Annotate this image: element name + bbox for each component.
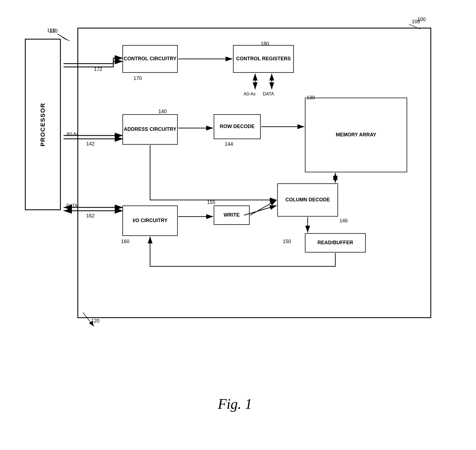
ref-120-label: 120	[91, 318, 100, 324]
processor-box: PROCESSOR	[25, 39, 61, 210]
write-block: WRITE	[214, 206, 250, 225]
ref-172-label: 172	[94, 66, 102, 72]
outer-box: CONTROL CIRCUITRY CONTROL REGISTERS MEMO…	[77, 28, 431, 318]
read-buffer-block: READ/BUFFER	[305, 233, 366, 253]
address-circuitry-label: ADDRESS CIRCUITRY	[124, 126, 176, 132]
ref-144: 144	[225, 141, 233, 147]
memory-array-block: MEMORY ARRAY	[305, 98, 407, 172]
io-circuitry-block: I/O CIRCUITRY	[122, 206, 178, 236]
ref-155: 155	[207, 199, 215, 205]
read-buffer-label: READ/BUFFER	[318, 240, 353, 246]
control-circuitry-label: CONTROL CIRCUITRY	[124, 56, 177, 62]
column-decode-label: COLUMN DECODE	[286, 197, 330, 203]
ref-160: 160	[121, 239, 129, 244]
memory-array-label: MEMORY ARRAY	[336, 132, 376, 138]
control-circuitry-block: CONTROL CIRCUITRY	[122, 45, 178, 73]
write-label: WRITE	[224, 212, 240, 218]
ref-150: 150	[283, 239, 291, 244]
io-circuitry-label: I/O CIRCUITRY	[133, 217, 168, 224]
ref-100-label: 100	[412, 19, 420, 25]
column-decode-block: COLUMN DECODE	[277, 183, 338, 217]
diagram-container: 100 110 PROCESSOR CONTROL CIRCUITRY CONT…	[17, 11, 453, 420]
svg-line-11	[250, 200, 277, 215]
fig-caption: Fig. 1	[218, 396, 252, 412]
address-circuitry-block: ADDRESS CIRCUITRY	[122, 114, 178, 145]
processor-label: PROCESSOR	[39, 103, 46, 147]
data-bot-label: DATA	[66, 203, 77, 208]
ref-146: 146	[339, 218, 348, 224]
data-top-label: DATA	[263, 92, 274, 97]
ref-130: 130	[307, 95, 315, 101]
ref-180: 180	[261, 41, 269, 47]
ref-140: 140	[158, 109, 167, 115]
a0ax-top-label: A0-Ax	[244, 92, 256, 97]
control-registers-block: CONTROL REGISTERS	[233, 45, 294, 73]
ref-110-label: 110	[49, 28, 57, 34]
a0ax-mid-label: A0-Ax	[66, 132, 79, 137]
control-registers-label: CONTROL REGISTERS	[236, 56, 291, 62]
ref-170: 170	[134, 76, 142, 81]
ref-142-label: 142	[86, 141, 95, 147]
row-decode-block: ROW DECODE	[214, 114, 261, 139]
row-decode-label: ROW DECODE	[220, 123, 255, 130]
ref-162-label: 162	[86, 213, 95, 219]
